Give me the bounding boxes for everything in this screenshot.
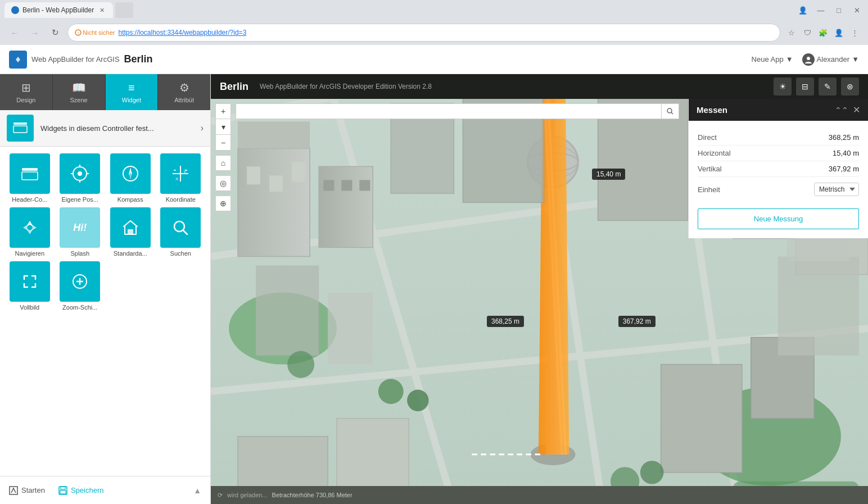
svg-rect-27 bbox=[128, 229, 133, 234]
menu-icon[interactable]: ⋮ bbox=[848, 26, 861, 39]
widget-vollbild[interactable]: Vollbild bbox=[7, 261, 53, 311]
collapse-bottom-icon[interactable]: ▲ bbox=[193, 486, 201, 495]
widget-navigieren[interactable]: Navigieren bbox=[7, 207, 53, 257]
main-layout: ⊞ Design 📖 Szene ≡ Widget ⚙ Attribüt bbox=[0, 74, 868, 504]
app-title: Berlin bbox=[124, 53, 153, 65]
neue-app-button[interactable]: Neue App ▼ bbox=[752, 55, 793, 63]
app-brand: Web AppBuilder for ArcGIS bbox=[31, 55, 120, 63]
starten-button[interactable]: Starten bbox=[9, 486, 45, 495]
maximize-button[interactable]: □ bbox=[832, 3, 846, 17]
tab-close-button[interactable]: ✕ bbox=[97, 6, 106, 15]
speichern-button[interactable]: Speichern bbox=[58, 486, 104, 495]
compass-dropdown-button[interactable]: ▾ bbox=[215, 119, 231, 135]
widget-header-icon bbox=[10, 153, 50, 194]
widget-suchen-label: Suchen bbox=[170, 250, 191, 257]
app-header: Web AppBuilder for ArcGIS Berlin Neue Ap… bbox=[0, 45, 868, 74]
map-search-bar bbox=[236, 103, 679, 119]
svg-text:!: ! bbox=[78, 31, 79, 36]
svg-rect-57 bbox=[359, 180, 370, 190]
tab-title: Berlin - Web AppBuilder bbox=[22, 6, 94, 14]
address-bar[interactable]: ! Nicht sicher https://localhost:3344/we… bbox=[67, 24, 780, 42]
browser-tab[interactable]: Berlin - Web AppBuilder ✕ bbox=[4, 2, 113, 18]
home-button[interactable]: ⌂ bbox=[215, 155, 231, 171]
forward-button[interactable]: → bbox=[27, 25, 43, 40]
shield-icon[interactable]: 🛡 bbox=[801, 26, 814, 39]
messen-direct-label: Direct bbox=[698, 133, 829, 142]
user-button[interactable]: Alexander ▼ bbox=[802, 53, 859, 66]
widget-suchen[interactable]: Suchen bbox=[158, 207, 204, 257]
url-text: https://localhost:3344/webappbuilder/?id… bbox=[118, 29, 246, 37]
tab-widget[interactable]: ≡ Widget bbox=[106, 74, 159, 110]
svg-rect-81 bbox=[778, 256, 859, 355]
map-search-input[interactable] bbox=[236, 103, 661, 119]
app-shell: Web AppBuilder for ArcGIS Berlin Neue Ap… bbox=[0, 45, 868, 504]
profile-icon[interactable]: 👤 bbox=[796, 3, 810, 17]
svg-rect-36 bbox=[60, 491, 66, 494]
widget-splash[interactable]: Hi! Splash bbox=[57, 207, 103, 257]
controller-section[interactable]: Widgets in diesem Controller fest... › bbox=[0, 110, 210, 147]
map-search-button[interactable] bbox=[661, 103, 679, 119]
messen-direct-value: 368,25 m bbox=[829, 133, 859, 142]
zoom-in-button[interactable]: + bbox=[215, 103, 231, 119]
widget-kompass-icon bbox=[110, 153, 151, 194]
reload-button[interactable]: ↻ bbox=[47, 25, 63, 40]
tab-design[interactable]: ⊞ Design bbox=[0, 74, 53, 110]
widget-koordinate[interactable]: XZ Koordinate bbox=[158, 153, 204, 203]
einheit-select[interactable]: Metrisch Imperial bbox=[814, 183, 859, 196]
widget-koordinate-label: Koordinate bbox=[166, 196, 196, 203]
messen-horizontal-label: Horizontal bbox=[698, 149, 833, 157]
messen-body: Direct 368,25 m Horizontal 15,40 m Verti… bbox=[689, 121, 868, 238]
messen-title: Messen bbox=[697, 105, 835, 115]
zoom-out-button[interactable]: − bbox=[215, 135, 231, 151]
split-view-icon[interactable]: ⊟ bbox=[796, 78, 814, 96]
map-title: Berlin bbox=[220, 81, 248, 93]
messen-row-direct: Direct 368,25 m bbox=[698, 130, 859, 146]
widget-standard[interactable]: Standarda... bbox=[107, 207, 153, 257]
widget-header[interactable]: Header-Co... bbox=[7, 153, 53, 203]
messen-vertikal-label: Vertikal bbox=[698, 165, 829, 173]
edit-icon[interactable]: ✎ bbox=[819, 78, 837, 96]
account-icon[interactable]: 👤 bbox=[832, 26, 846, 39]
left-sidebar: ⊞ Design 📖 Szene ≡ Widget ⚙ Attribüt bbox=[0, 74, 211, 504]
tab-attribut[interactable]: ⚙ Attribüt bbox=[158, 74, 210, 110]
browser-titlebar: Berlin - Web AppBuilder ✕ 👤 — □ ✕ bbox=[0, 0, 868, 20]
svg-marker-25 bbox=[23, 224, 29, 231]
tab-szene-label: Szene bbox=[70, 97, 88, 103]
browser-chrome: Berlin - Web AppBuilder ✕ 👤 — □ ✕ ← → ↻ … bbox=[0, 0, 868, 45]
controller-arrow-icon: › bbox=[201, 123, 204, 133]
widget-splash-label: Splash bbox=[70, 250, 89, 257]
map-overlay-controls: + ▾ − ⌂ ◎ ⊕ bbox=[215, 103, 231, 215]
close-button[interactable]: ✕ bbox=[850, 3, 864, 17]
widget-zoom[interactable]: Zoom-Schi... bbox=[57, 261, 103, 311]
neue-messung-button[interactable]: Neue Messung bbox=[698, 208, 859, 229]
svg-rect-84 bbox=[328, 293, 373, 365]
location-button[interactable]: ◎ bbox=[215, 175, 231, 191]
app-header-right: Neue App ▼ Alexander ▼ bbox=[752, 53, 859, 66]
tab-szene[interactable]: 📖 Szene bbox=[53, 74, 106, 110]
share-icon[interactable]: ⊛ bbox=[841, 78, 859, 96]
messen-vertikal-value: 367,92 m bbox=[829, 165, 859, 173]
svg-rect-65 bbox=[238, 437, 328, 486]
map-area[interactable]: Berlin Web AppBuilder for ArcGIS Develop… bbox=[211, 74, 868, 504]
widget-tab-icon: ≡ bbox=[128, 81, 135, 94]
widget-header-label: Header-Co... bbox=[12, 196, 47, 203]
svg-rect-4 bbox=[13, 122, 27, 125]
minimize-button[interactable]: — bbox=[814, 3, 828, 17]
tilt-button[interactable]: ⊕ bbox=[215, 196, 231, 211]
bookmark-icon[interactable]: ☆ bbox=[785, 26, 798, 39]
extension-icon[interactable]: 🧩 bbox=[816, 26, 830, 39]
sun-icon[interactable]: ☀ bbox=[774, 78, 792, 96]
new-tab-button[interactable] bbox=[115, 2, 133, 18]
widget-eigene-pos[interactable]: Eigene Pos... bbox=[57, 153, 103, 203]
widget-kompass[interactable]: Kompass bbox=[107, 153, 153, 203]
location-controls: ◎ bbox=[215, 175, 231, 191]
address-bar-container: ← → ↻ ! Nicht sicher https://localhost:3… bbox=[0, 20, 868, 45]
messen-collapse-button[interactable]: ⌃⌃ bbox=[835, 106, 848, 115]
messen-close-button[interactable]: ✕ bbox=[853, 105, 860, 115]
back-button[interactable]: ← bbox=[7, 25, 22, 40]
svg-point-86 bbox=[407, 389, 428, 411]
svg-rect-53 bbox=[292, 162, 305, 181]
svg-text:Z: Z bbox=[184, 169, 187, 174]
app-logo bbox=[9, 51, 27, 69]
widget-navigieren-icon bbox=[10, 207, 50, 248]
